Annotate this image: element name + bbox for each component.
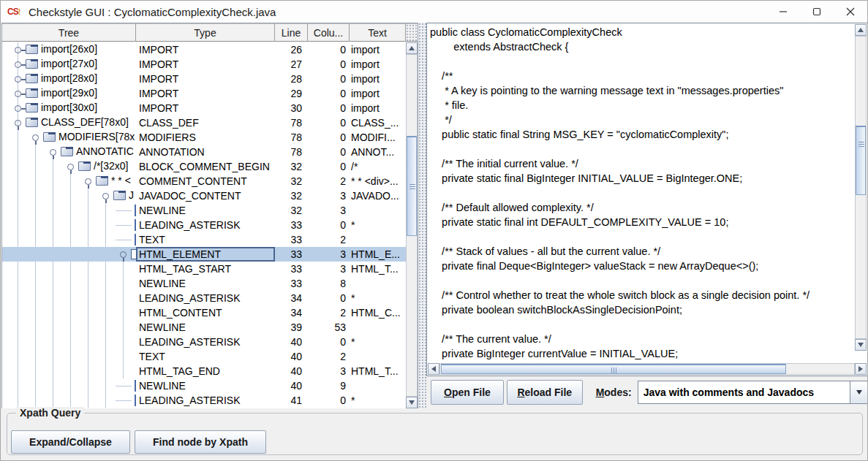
tree-expanded-handle-icon[interactable] [102,193,109,199]
scroll-track[interactable] [406,54,418,397]
line-cell: 78 [275,130,308,145]
tree-indent-guide [70,349,71,364]
tree-indent-guide [53,320,53,335]
table-row[interactable]: MODIFIERS[78xMODIFIERS780MODIFI... [2,130,406,145]
text-cell [350,276,406,291]
tree-cell [2,305,136,320]
source-code-view[interactable]: public class CyclomaticComplexityCheck e… [428,23,854,363]
table-row[interactable]: LEADING_ASTERISK400* [2,335,406,349]
scroll-thumb[interactable] [856,126,866,195]
scroll-up-button[interactable] [406,42,418,54]
scroll-track[interactable] [439,363,855,375]
tree-indent-guide [18,335,18,349]
table-row[interactable]: NEWLINE409 [2,378,406,393]
table-row[interactable]: CLASS_DEF[78x0]CLASS_DEF780CLASS_... [2,115,406,130]
table-row[interactable]: import[28x0]IMPORT280import [2,72,406,86]
tree-expanded-handle-icon[interactable] [67,164,74,170]
column-cell: 0 [308,335,350,349]
table-row[interactable]: LEADING_ASTERISK410* [2,393,406,408]
tree-collapsed-handle-icon[interactable] [15,105,21,112]
scroll-up-button[interactable] [855,24,867,36]
table-row[interactable]: import[29x0]IMPORT290import [2,86,406,101]
type-cell: HTML_ELEMENT [136,247,275,262]
column-header-type[interactable]: Type [136,23,275,42]
tree-cell [2,291,136,305]
table-row[interactable]: TEXT332 [2,232,406,247]
tree-collapsed-handle-icon[interactable] [15,47,21,53]
close-button[interactable] [834,1,867,23]
table-vertical-scrollbar[interactable] [406,42,418,408]
table-row[interactable]: import[27x0]IMPORT270import [2,57,406,72]
table-row[interactable]: NEWLINE3953 [2,320,406,335]
scroll-thumb[interactable] [407,136,417,236]
minimize-button[interactable] [766,1,800,23]
line-cell: 27 [275,57,308,72]
table-row[interactable]: import[26x0]IMPORT260import [2,42,406,57]
open-file-button[interactable]: Open File [431,380,504,405]
tree-expanded-handle-icon[interactable] [50,149,56,156]
tree-collapsed-handle-icon[interactable] [15,61,21,68]
tree-indent-guide [18,232,18,247]
code-horizontal-scrollbar[interactable] [428,363,867,375]
modes-dropdown[interactable]: Java with comments and Javadocs [638,381,868,404]
table-row[interactable]: LEADING_ASTERISK340* [2,291,406,305]
tree-indent-guide [70,174,71,188]
tree-indent-guide [53,393,53,408]
code-vertical-scrollbar[interactable] [855,24,867,363]
tree-expanded-handle-icon[interactable] [85,178,91,185]
tree-indent-guide [18,276,18,291]
column-header-line[interactable]: Line [275,23,308,42]
dropdown-arrow-button[interactable] [850,381,868,403]
table-row[interactable]: NEWLINE338 [2,276,406,291]
text-cell [350,203,406,218]
scroll-down-button[interactable] [855,339,867,351]
tree-indent-guide [18,262,18,276]
tree-expanded-handle-icon[interactable] [32,134,39,141]
scroll-left-button[interactable] [428,363,439,375]
chevron-down-icon [856,390,862,397]
table-row[interactable]: ANNOTATICANNOTATION780ANNOT... [2,145,406,159]
tree-indent-guide [123,305,124,320]
scroll-track[interactable] [855,36,867,339]
column-header-text[interactable]: Text [350,23,406,42]
find-node-by-xpath-button[interactable]: Find node by Xpath [135,430,266,454]
scroll-down-button[interactable] [406,397,418,408]
tree-indent-guide [70,232,71,247]
split-pane-divider[interactable] [418,23,426,408]
scroll-right-button[interactable] [855,363,867,375]
tree-indent-guide [70,291,71,305]
ast-tree-table[interactable]: import[26x0]IMPORT260importimport[27x0]I… [2,42,406,408]
table-row[interactable]: TEXT402 [2,349,406,364]
maximize-button[interactable] [800,1,834,23]
text-cell: ANNOT... [350,145,406,159]
code-line: extends AbstractCheck { [430,39,854,54]
table-row[interactable]: import[30x0]IMPORT300import [2,101,406,115]
thumb-grip [858,142,864,148]
table-row[interactable]: NEWLINE323 [2,203,406,218]
tree-indent-guide [70,320,71,335]
table-row[interactable]: HTML_TAG_START333HTML_T... [2,262,406,276]
table-row[interactable]: HTML_ELEMENT333HTML_E... [2,247,406,262]
tree-collapsed-handle-icon[interactable] [15,76,21,83]
table-row[interactable]: * * <COMMENT_CONTENT322* * <div>... [2,174,406,188]
tree-node-label: CLASS_DEF[78x0] [41,116,129,128]
column-header-tree[interactable]: Tree [2,23,136,42]
reload-file-button[interactable]: Reload File [507,380,583,405]
table-row[interactable]: /*[32x0]BLOCK_COMMENT_BEGIN320/* [2,159,406,174]
tree-node-label: * * < [111,175,131,186]
type-cell: NEWLINE [136,378,275,393]
column-header-colu[interactable]: Colu... [308,23,350,42]
tree-collapsed-handle-icon[interactable] [15,91,21,97]
tree-expanded-handle-icon[interactable] [15,120,21,126]
tree-cell [2,393,136,408]
table-row[interactable]: HTML_TAG_END403HTML_T... [2,364,406,378]
tree-expanded-handle-icon[interactable] [120,251,127,258]
table-row[interactable]: HTML_CONTENT342HTML_C... [2,305,406,320]
expand-collapse-button[interactable]: Expand/Collapse [11,430,130,454]
table-row[interactable]: JJAVADOC_CONTENT323JAVADO... [2,188,406,203]
column-cell: 2 [308,349,350,364]
table-row[interactable]: LEADING_ASTERISK330* [2,218,406,232]
code-line: private final Deque<BigInteger> valueSta… [430,259,854,273]
tree-node-label: import[26x0] [41,43,97,55]
scroll-thumb[interactable] [441,364,786,374]
